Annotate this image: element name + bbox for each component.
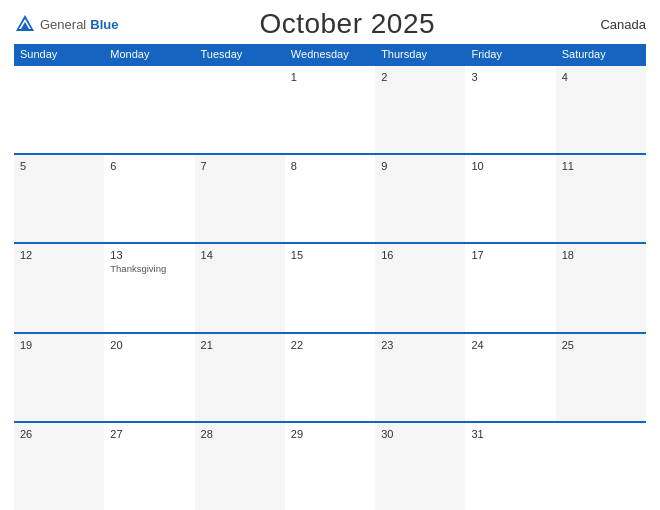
calendar-week-1: 1 2 3 4 bbox=[14, 64, 646, 153]
date-number: 30 bbox=[381, 428, 459, 440]
day-header-monday: Monday bbox=[104, 44, 194, 64]
date-number: 10 bbox=[471, 160, 549, 172]
calendar-container: GeneralBlue October 2025 Canada Sunday M… bbox=[0, 0, 660, 510]
date-number: 13 bbox=[110, 249, 188, 261]
title-area: October 2025 bbox=[118, 8, 576, 40]
day-headers: Sunday Monday Tuesday Wednesday Thursday… bbox=[14, 44, 646, 64]
date-number: 15 bbox=[291, 249, 369, 261]
calendar-week-5: 26 27 28 29 30 31 bbox=[14, 421, 646, 510]
calendar-cell-oct23: 23 bbox=[375, 334, 465, 421]
calendar-cell-oct3: 3 bbox=[465, 66, 555, 153]
date-number: 22 bbox=[291, 339, 369, 351]
day-header-tuesday: Tuesday bbox=[195, 44, 285, 64]
calendar-cell-oct6: 6 bbox=[104, 155, 194, 242]
calendar-cell-oct28: 28 bbox=[195, 423, 285, 510]
date-number: 3 bbox=[471, 71, 549, 83]
generalblue-logo-icon bbox=[14, 13, 36, 35]
calendar-week-4: 19 20 21 22 23 24 25 bbox=[14, 332, 646, 421]
date-number: 28 bbox=[201, 428, 279, 440]
calendar-cell-oct29: 29 bbox=[285, 423, 375, 510]
date-number: 29 bbox=[291, 428, 369, 440]
calendar-cell-oct10: 10 bbox=[465, 155, 555, 242]
calendar-cell-oct22: 22 bbox=[285, 334, 375, 421]
calendar-week-3: 12 13 Thanksgiving 14 15 16 17 18 bbox=[14, 242, 646, 331]
date-number: 26 bbox=[20, 428, 98, 440]
date-number: 11 bbox=[562, 160, 640, 172]
day-header-saturday: Saturday bbox=[556, 44, 646, 64]
calendar-cell-oct16: 16 bbox=[375, 244, 465, 331]
calendar-cell-oct4: 4 bbox=[556, 66, 646, 153]
date-number: 4 bbox=[562, 71, 640, 83]
calendar-cell-empty bbox=[104, 66, 194, 153]
day-header-friday: Friday bbox=[465, 44, 555, 64]
country-label: Canada bbox=[576, 17, 646, 32]
calendar-cell-oct14: 14 bbox=[195, 244, 285, 331]
date-number: 12 bbox=[20, 249, 98, 261]
calendar-cell-oct5: 5 bbox=[14, 155, 104, 242]
calendar-cell-oct2: 2 bbox=[375, 66, 465, 153]
day-header-wednesday: Wednesday bbox=[285, 44, 375, 64]
date-number: 31 bbox=[471, 428, 549, 440]
event-thanksgiving: Thanksgiving bbox=[110, 263, 188, 274]
date-number: 27 bbox=[110, 428, 188, 440]
calendar-cell-oct13: 13 Thanksgiving bbox=[104, 244, 194, 331]
date-number: 18 bbox=[562, 249, 640, 261]
calendar-cell-oct25: 25 bbox=[556, 334, 646, 421]
calendar-cell-oct21: 21 bbox=[195, 334, 285, 421]
calendar-cell-oct31: 31 bbox=[465, 423, 555, 510]
calendar-cell-oct24: 24 bbox=[465, 334, 555, 421]
calendar-cell-oct27: 27 bbox=[104, 423, 194, 510]
calendar-grid: 1 2 3 4 5 6 7 8 bbox=[14, 64, 646, 510]
calendar-cell-oct18: 18 bbox=[556, 244, 646, 331]
day-header-sunday: Sunday bbox=[14, 44, 104, 64]
date-number: 5 bbox=[20, 160, 98, 172]
date-number: 8 bbox=[291, 160, 369, 172]
calendar-week-2: 5 6 7 8 9 10 11 bbox=[14, 153, 646, 242]
calendar-cell-oct11: 11 bbox=[556, 155, 646, 242]
logo-blue-text: Blue bbox=[90, 17, 118, 32]
calendar-cell-oct9: 9 bbox=[375, 155, 465, 242]
day-header-thursday: Thursday bbox=[375, 44, 465, 64]
calendar-cell-oct30: 30 bbox=[375, 423, 465, 510]
calendar-cell-oct17: 17 bbox=[465, 244, 555, 331]
calendar-cell-oct20: 20 bbox=[104, 334, 194, 421]
date-number: 7 bbox=[201, 160, 279, 172]
date-number: 20 bbox=[110, 339, 188, 351]
date-number: 24 bbox=[471, 339, 549, 351]
logo: GeneralBlue bbox=[14, 13, 118, 35]
calendar-cell-empty bbox=[195, 66, 285, 153]
date-number: 25 bbox=[562, 339, 640, 351]
date-number: 23 bbox=[381, 339, 459, 351]
calendar-cell-oct1: 1 bbox=[285, 66, 375, 153]
calendar-cell-empty bbox=[556, 423, 646, 510]
calendar-cell-oct19: 19 bbox=[14, 334, 104, 421]
date-number: 2 bbox=[381, 71, 459, 83]
calendar-cell-oct15: 15 bbox=[285, 244, 375, 331]
date-number: 17 bbox=[471, 249, 549, 261]
date-number: 1 bbox=[291, 71, 369, 83]
calendar-cell-oct12: 12 bbox=[14, 244, 104, 331]
date-number: 16 bbox=[381, 249, 459, 261]
header: GeneralBlue October 2025 Canada bbox=[0, 0, 660, 44]
date-number: 21 bbox=[201, 339, 279, 351]
calendar-cell-oct26: 26 bbox=[14, 423, 104, 510]
date-number: 14 bbox=[201, 249, 279, 261]
date-number: 9 bbox=[381, 160, 459, 172]
date-number: 6 bbox=[110, 160, 188, 172]
calendar-cell-empty bbox=[14, 66, 104, 153]
logo-general-text: General bbox=[40, 17, 86, 32]
calendar-title: October 2025 bbox=[259, 8, 435, 39]
date-number: 19 bbox=[20, 339, 98, 351]
calendar-cell-oct7: 7 bbox=[195, 155, 285, 242]
calendar-cell-oct8: 8 bbox=[285, 155, 375, 242]
